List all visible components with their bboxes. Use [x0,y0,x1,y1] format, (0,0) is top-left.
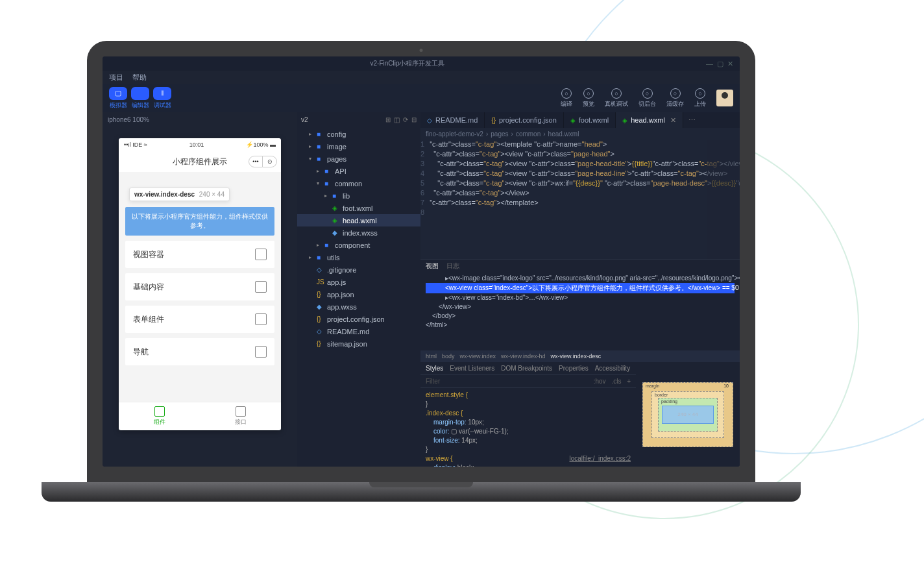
dom-node[interactable]: </body> [426,312,735,321]
minimap[interactable] [707,140,740,259]
file-name: sitemap.json [327,340,367,348]
devtools-tab-log[interactable]: 日志 [446,262,459,271]
highlighted-element[interactable]: 以下将展示小程序官方组件能力，组件样式仅供参考。 [125,207,274,236]
sim-list-item[interactable]: 基础内容 [125,273,274,300]
styles-tab[interactable]: Styles [426,365,443,372]
tree-item-config[interactable]: ▸ ■ config [297,128,420,140]
tree-item-project.config.json[interactable]: {} project.config.json [297,313,420,325]
tree-item-foot.wxml[interactable]: ◈ foot.wxml [297,202,420,214]
collapse-icon[interactable]: ⊟ [411,116,417,123]
styles-tab[interactable]: Accessibility [595,365,630,372]
tree-item-lib[interactable]: ▸ ■ lib [297,189,420,202]
file-name: app.js [327,278,346,286]
code-editor[interactable]: 12345678 "c-attr">class="c-tag"><templat… [420,140,740,259]
filter-input[interactable]: Filter [426,378,440,385]
breadcrumb[interactable]: fino-applet-demo-v2 › pages › common › h… [420,128,740,140]
caret-icon: ▸ [317,242,322,248]
wxml-icon: ◈ [570,117,576,124]
menu-help[interactable]: 帮助 [132,73,147,82]
menu-project[interactable]: 项目 [109,73,123,82]
tree-item-app.wxss[interactable]: ◆ app.wxss [297,300,420,313]
tree-item-README.md[interactable]: ◇ README.md [297,325,420,337]
tabbar-component[interactable]: 组件 [119,402,200,430]
tree-item-app.js[interactable]: JS app.js [297,276,420,288]
titlebar: v2-FinClip小程序开发工具 — ▢ ✕ [103,56,740,71]
dom-crumb[interactable]: wx-view.index [460,353,496,360]
crumb[interactable]: common [516,130,541,138]
dom-tree[interactable]: ▸<wx-image class="index-logo" src="../re… [420,273,740,350]
tree-item-app.json[interactable]: {} app.json [297,288,420,300]
close-icon[interactable]: ✕ [670,116,676,125]
ide-window: v2-FinClip小程序开发工具 — ▢ ✕ 项目 帮助 ▢ 模拟器 编辑器 … [103,56,740,467]
dom-crumb[interactable]: wx-view.index-desc [551,353,602,360]
dom-breadcrumb[interactable]: htmlbodywx-view.indexwx-view.index-hdwx-… [420,350,740,362]
tool-btn-4[interactable]: ○ 清缓存 [666,88,684,108]
dom-node[interactable]: </html> [426,321,735,330]
tool-btn-3[interactable]: ○ 切后台 [638,88,656,108]
laptop-frame: v2-FinClip小程序开发工具 — ▢ ✕ 项目 帮助 ▢ 模拟器 编辑器 … [42,41,801,508]
project-name[interactable]: v2 [301,116,308,123]
hov-toggle[interactable]: :hov [594,378,606,385]
tree-item-component[interactable]: ▸ ■ component [297,239,420,251]
editor-tab[interactable]: ◇ README.md [420,112,485,128]
avatar[interactable] [716,90,733,106]
tool-btn-2[interactable]: ○ 真机调试 [605,88,628,108]
toolbar-pill-2[interactable]: ⫴ 调试器 [153,87,171,110]
sim-list-item[interactable]: 导航 [125,338,274,365]
close-icon[interactable]: ✕ [727,60,733,68]
add-rule-icon[interactable]: + [627,378,631,385]
tool-icon: ○ [695,88,705,99]
dom-crumb[interactable]: body [442,353,455,360]
tool-btn-1[interactable]: ○ 预览 [583,88,594,108]
crumb[interactable]: head.wxml [548,130,579,138]
editor-tab[interactable]: {} project.config.json [485,112,563,128]
tool-btn-5[interactable]: ○ 上传 [694,88,706,108]
new-file-icon[interactable]: ⊞ [385,116,391,123]
new-folder-icon[interactable]: ◫ [394,116,400,123]
dom-node[interactable]: ▸<wx-image class="index-logo" src="../re… [426,274,735,283]
minimize-icon[interactable]: — [706,60,713,68]
component-icon [154,406,165,417]
tree-item-common[interactable]: ▾ ■ common [297,177,420,189]
dom-node[interactable]: ▸<wx-view class="index-bd">…</wx-view> [426,293,735,302]
css-rules[interactable]: element.style {}.index-desc {</span></di… [420,388,636,467]
dom-crumb[interactable]: html [426,353,437,360]
styles-tab[interactable]: Properties [559,365,589,372]
tabbar-api[interactable]: 接口 [200,402,281,430]
sim-list-item[interactable]: 视图容器 [125,241,274,268]
device-label[interactable]: iphone6 100% [103,112,297,127]
tree-item-sitemap.json[interactable]: {} sitemap.json [297,337,420,350]
dom-node[interactable]: </wx-view> [426,302,735,312]
wxss-icon: ◆ [317,303,324,310]
toolbar-pill-1[interactable]: 编辑器 [131,87,149,110]
refresh-icon[interactable]: ⟳ [403,116,408,123]
capsule-menu-icon[interactable]: ••• [249,156,263,167]
editor-tab[interactable]: ◈ head.wxml ✕ [616,112,683,128]
styles-tab[interactable]: DOM Breakpoints [501,365,552,372]
tree-item-image[interactable]: ▸ ■ image [297,140,420,153]
box-model: margin10 border padding 240 × 44 [636,362,740,467]
editor-tab[interactable]: ◈ foot.wxml [564,112,616,128]
cls-toggle[interactable]: .cls [611,378,621,385]
tree-item-head.wxml[interactable]: ◈ head.wxml [297,214,420,226]
dom-node[interactable]: <wx-view class="index-desc">以下将展示小程序官方组件… [426,283,735,293]
file-name: app.wxss [327,303,357,311]
tree-item-.gitignore[interactable]: ◇ .gitignore [297,263,420,276]
caret-icon: ▾ [309,156,314,162]
capsule-close-icon[interactable]: ⊙ [263,156,277,167]
tree-item-API[interactable]: ▸ ■ API [297,165,420,177]
tree-item-utils[interactable]: ▸ ■ utils [297,251,420,263]
maximize-icon[interactable]: ▢ [717,60,723,68]
tree-item-index.wxss[interactable]: ◆ index.wxss [297,226,420,239]
tool-btn-0[interactable]: ○ 编译 [561,88,572,108]
tree-item-pages[interactable]: ▾ ■ pages [297,153,420,165]
sim-list-item[interactable]: 表单组件 [125,306,274,333]
devtools-tab-view[interactable]: 视图 [426,262,439,271]
styles-tab[interactable]: Event Listeners [450,365,494,372]
dom-crumb[interactable]: wx-view.index-hd [501,353,546,360]
tabs-more-icon[interactable]: ⋯ [683,112,701,128]
crumb[interactable]: pages [491,130,508,138]
list-label: 表单组件 [133,314,164,325]
crumb[interactable]: fino-applet-demo-v2 [426,130,483,138]
toolbar-pill-0[interactable]: ▢ 模拟器 [109,87,127,110]
